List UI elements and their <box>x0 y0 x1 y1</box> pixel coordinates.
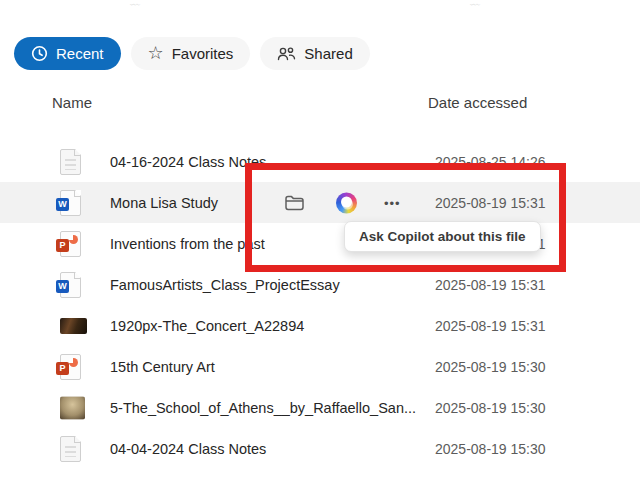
file-date-accessed: 2025-08-19 15:31 <box>435 277 546 293</box>
cropped-top-glyph: ﹏ <box>130 0 141 9</box>
file-name: 04-04-2024 Class Notes <box>110 441 266 457</box>
file-date-accessed: 2025-08-25 14:26 <box>435 154 546 170</box>
column-header-date-accessed[interactable]: Date accessed <box>428 94 527 111</box>
hover-toolbar: ••• <box>280 182 410 223</box>
tab-recent[interactable]: Recent <box>14 37 121 70</box>
cropped-top-glyph: ﹏ <box>470 0 481 9</box>
tab-label: Recent <box>56 45 104 62</box>
tab-shared[interactable]: Shared <box>260 37 369 70</box>
file-row[interactable]: P 15th Century Art 2025-08-19 15:30 <box>0 346 640 387</box>
recent-files-page: ﹏ ﹏ Recent ☆ Favorites <box>0 0 640 482</box>
file-date-accessed: 2025-08-19 15:31 <box>435 195 546 211</box>
tab-label: Favorites <box>172 45 234 62</box>
file-type-badge: P <box>56 362 69 375</box>
file-name: 04-16-2024 Class Notes <box>110 154 266 170</box>
copilot-icon[interactable] <box>336 192 357 213</box>
text-document-icon <box>60 436 81 462</box>
image-thumbnail-dark-icon <box>60 318 87 334</box>
file-row[interactable]: 1920px-The_Concert_A22894 2025-08-19 15:… <box>0 305 640 346</box>
file-name: 5-The_School_of_Athens__by_Raffaello_San… <box>110 400 416 416</box>
file-row[interactable]: 04-04-2024 Class Notes 2025-08-19 15:30 <box>0 428 640 469</box>
file-row[interactable]: 5-The_School_of_Athens__by_Raffaello_San… <box>0 387 640 428</box>
text-document-icon <box>60 149 81 175</box>
file-date-accessed: 2025-08-19 15:30 <box>435 441 546 457</box>
powerpoint-document-icon: P <box>60 231 81 257</box>
tab-favorites[interactable]: ☆ Favorites <box>131 37 251 70</box>
word-document-icon: W <box>60 272 81 298</box>
image-thumbnail-sepia-icon <box>60 396 85 419</box>
file-date-accessed: 2025-08-19 15:30 <box>435 359 546 375</box>
column-header-name[interactable]: Name <box>52 94 92 111</box>
file-type-badge: P <box>56 239 69 252</box>
file-name: Mona Lisa Study <box>110 195 218 211</box>
people-icon <box>277 46 296 62</box>
clock-icon <box>31 45 48 62</box>
file-date-accessed: 2025-08-19 15:30 <box>435 400 546 416</box>
view-tabs: Recent ☆ Favorites Shared <box>14 37 370 70</box>
file-type-badge: W <box>56 280 69 293</box>
more-options-icon[interactable]: ••• <box>384 195 401 210</box>
tab-label: Shared <box>304 45 352 62</box>
file-name: FamousArtists_Class_ProjectEssay <box>110 277 340 293</box>
open-folder-icon[interactable] <box>284 194 305 211</box>
copilot-tooltip: Ask Copilot about this file <box>344 221 541 252</box>
file-row[interactable]: W Mona Lisa Study 2025-08-19 15:31 ••• <box>0 182 640 223</box>
file-name: 15th Century Art <box>110 359 215 375</box>
file-type-badge: W <box>56 198 69 211</box>
star-icon: ☆ <box>148 44 164 62</box>
file-name: 1920px-The_Concert_A22894 <box>110 318 304 334</box>
powerpoint-document-icon: P <box>60 354 81 380</box>
file-name: Inventions from the past <box>110 236 265 252</box>
file-row[interactable]: 04-16-2024 Class Notes 2025-08-25 14:26 <box>0 141 640 182</box>
word-document-icon: W <box>60 190 81 216</box>
file-row[interactable]: P Inventions from the past 2025-08-19 15… <box>0 223 640 264</box>
file-row[interactable]: W FamousArtists_Class_ProjectEssay 2025-… <box>0 264 640 305</box>
file-list: 04-16-2024 Class Notes 2025-08-25 14:26 … <box>0 141 640 469</box>
file-date-accessed: 2025-08-19 15:31 <box>435 318 546 334</box>
